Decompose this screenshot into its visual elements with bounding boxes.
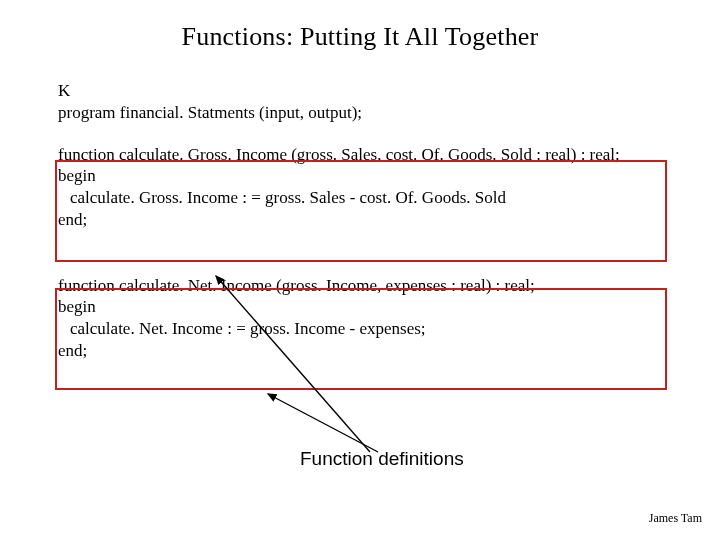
arrow-to-box2 — [268, 394, 378, 452]
caption-label: Function definitions — [300, 448, 464, 470]
slide-title: Functions: Putting It All Together — [0, 22, 720, 52]
highlight-box-2 — [55, 288, 667, 390]
code-intro-line1: K — [58, 80, 672, 102]
highlight-box-1 — [55, 160, 667, 262]
author-footer: James Tam — [649, 511, 702, 526]
code-intro-line2: program financial. Statments (input, out… — [58, 102, 672, 124]
